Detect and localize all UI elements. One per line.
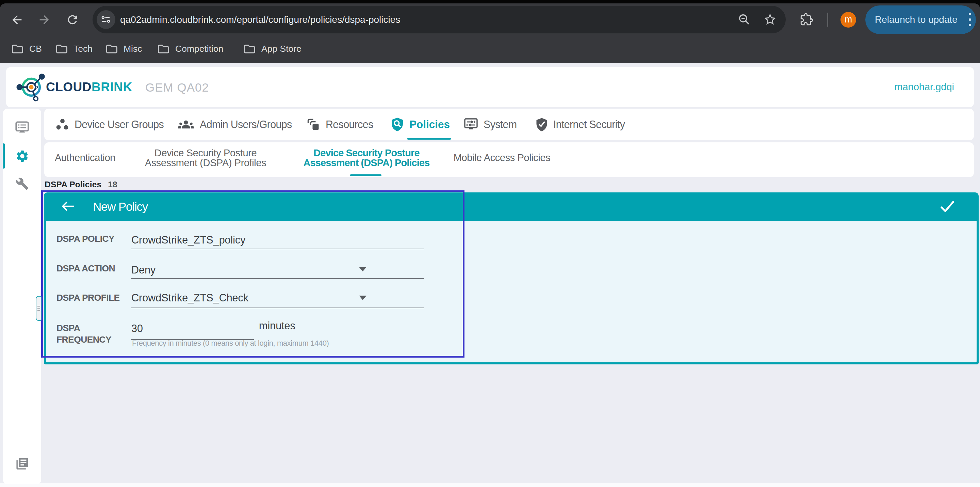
- policies-subnav: Authentication Device Security Posture A…: [44, 142, 974, 177]
- subnav-item-dspa-profiles[interactable]: Device Security Posture Assessment (DSPA…: [145, 142, 266, 177]
- extensions-icon[interactable]: [800, 13, 814, 26]
- subnav-item-authentication[interactable]: Authentication: [55, 142, 115, 177]
- subnav-label: Authentication: [55, 153, 115, 163]
- page-bottom-strip: [0, 483, 980, 487]
- nav-label: Resources: [326, 118, 373, 131]
- address-bar[interactable]: qa02admin.cloudbrink.com/eportal/configu…: [92, 6, 786, 34]
- bookmark-label: Competition: [175, 40, 223, 57]
- handle-grip-line: [37, 306, 40, 307]
- save-check-button[interactable]: [940, 200, 955, 213]
- nav-active-underline: [407, 138, 451, 140]
- nav-label: Policies: [409, 118, 450, 131]
- subnav-item-dspa-policies[interactable]: Device Security Posture Assessment (DSPA…: [304, 142, 430, 177]
- brand-cloud: CLOUD: [46, 80, 92, 94]
- sidebar: [3, 109, 41, 484]
- nav-item-system[interactable]: System: [464, 109, 517, 140]
- nav-item-admin-users-groups[interactable]: Admin Users/Groups: [178, 109, 292, 140]
- sidebar-item-tools[interactable]: [3, 177, 41, 190]
- bookmark-label: CB: [29, 40, 42, 57]
- cloudbrink-logo-icon: [16, 72, 46, 102]
- list-title: DSPA Policies: [45, 180, 102, 189]
- bookmark-label: App Store: [261, 40, 301, 57]
- list-heading: DSPA Policies18: [45, 179, 118, 190]
- site-settings-button[interactable]: [97, 10, 115, 29]
- admin-users-icon: [178, 118, 194, 131]
- nav-item-resources[interactable]: Resources: [307, 109, 373, 140]
- subnav-label: Mobile Access Policies: [453, 153, 550, 163]
- kebab-dot: [969, 13, 971, 15]
- brand-brink: BRINK: [92, 80, 132, 94]
- subnav-label-line2: Assessment (DSPA) Policies: [304, 158, 430, 168]
- url-text[interactable]: qa02admin.cloudbrink.com/eportal/configu…: [120, 6, 400, 34]
- subnav-label-line1: Device Security Posture: [145, 148, 266, 158]
- environment-label: GEM QA02: [145, 67, 209, 107]
- sidebar-item-logs[interactable]: [3, 457, 41, 471]
- browser-profile-avatar[interactable]: m: [840, 12, 856, 27]
- folder-icon: [243, 43, 256, 54]
- app-header: CLOUDBRINK GEM QA02 manohar.gdqi: [6, 67, 974, 107]
- handle-grip-line: [37, 308, 40, 308]
- folder-icon: [105, 43, 118, 54]
- relaunch-to-update-button[interactable]: Relaunch to update: [865, 5, 976, 34]
- browser-menu-icon[interactable]: [968, 12, 972, 27]
- subnav-label-line1: Device Security Posture: [304, 148, 430, 158]
- folder-icon: [157, 43, 170, 54]
- nav-item-policies[interactable]: Policies: [391, 109, 450, 140]
- folder-icon: [56, 43, 68, 54]
- internet-security-shield-icon: [536, 118, 547, 132]
- browser-chrome: qa02admin.cloudbrink.com/eportal/configu…: [0, 0, 980, 63]
- library-books-icon: [15, 457, 29, 471]
- drawer-handle[interactable]: [36, 296, 41, 321]
- subnav-item-mobile-access-policies[interactable]: Mobile Access Policies: [453, 142, 550, 177]
- list-count-badge: 18: [108, 180, 117, 189]
- annotation-highlight-rect: [41, 190, 465, 358]
- bookmark-label: Tech: [73, 40, 92, 57]
- policies-shield-icon: [391, 117, 404, 132]
- kebab-dot: [969, 18, 971, 21]
- nav-label: System: [484, 118, 517, 131]
- bookmark-star-icon[interactable]: [763, 12, 777, 27]
- nav-label: Device User Groups: [75, 118, 164, 131]
- subnav-active-underline: [350, 174, 382, 176]
- handle-grip-line: [37, 310, 40, 311]
- bookmark-label: Misc: [124, 40, 142, 57]
- folder-icon: [11, 43, 24, 54]
- monitor-list-icon: [15, 121, 29, 134]
- browser-back-button[interactable]: [10, 13, 24, 27]
- zoom-out-icon[interactable]: [738, 13, 751, 26]
- wrench-icon: [16, 177, 29, 190]
- main-nav: Device User Groups Admin Users/Groups Re…: [44, 109, 974, 140]
- relaunch-label: Relaunch to update: [875, 5, 958, 34]
- browser-forward-button[interactable]: [37, 13, 51, 27]
- gear-icon: [15, 149, 29, 163]
- browser-reload-button[interactable]: [66, 13, 79, 27]
- nav-item-internet-security[interactable]: Internet Security: [536, 109, 625, 140]
- username-link[interactable]: manohar.gdqi: [894, 67, 954, 107]
- resources-icon: [307, 118, 320, 131]
- brand-wordmark: CLOUDBRINK: [46, 67, 132, 107]
- subnav-label-line2: Assessment (DSPA) Profiles: [145, 158, 266, 168]
- device-user-groups-icon: [56, 118, 69, 131]
- toolbar-separator: [827, 13, 828, 27]
- sidebar-item-configure[interactable]: [3, 149, 41, 163]
- kebab-dot: [969, 24, 971, 26]
- tune-icon: [101, 16, 111, 23]
- nav-label: Admin Users/Groups: [200, 118, 292, 131]
- nav-item-device-user-groups[interactable]: Device User Groups: [56, 109, 164, 140]
- nav-label: Internet Security: [553, 118, 625, 131]
- system-monitor-icon: [464, 118, 478, 131]
- app-page: CLOUDBRINK GEM QA02 manohar.gdqi: [0, 63, 980, 487]
- sidebar-item-dashboard[interactable]: [3, 121, 41, 134]
